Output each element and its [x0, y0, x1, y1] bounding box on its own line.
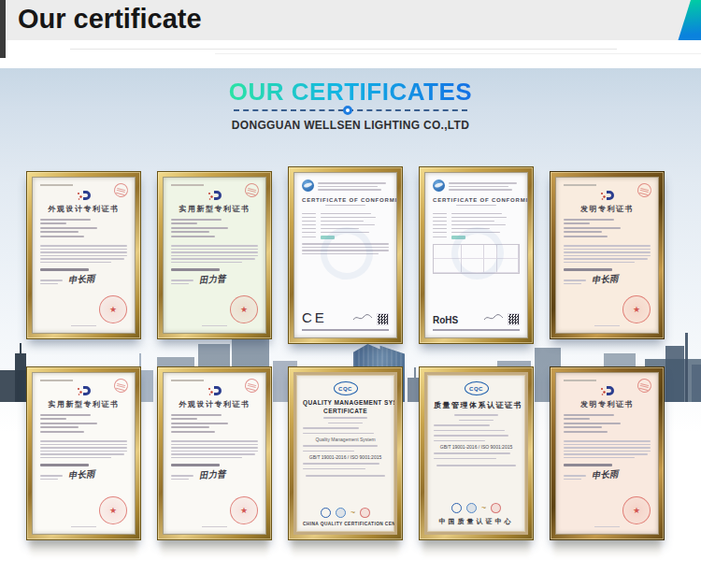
issuer-label-lines [564, 473, 586, 481]
certificate-paper: 外观设计专利证书 田力普 ★ [163, 372, 266, 535]
patent-logo-glyph [599, 190, 616, 202]
field-value-line [451, 221, 495, 222]
patent-logo-glyph [599, 385, 616, 397]
field-value-line [321, 217, 377, 219]
signature-row: 申长雨 [40, 469, 127, 481]
section-title: OUR CERTIFICATES [229, 78, 472, 107]
certificate-title: 实用新型专利证书 [171, 204, 258, 214]
certificate-row-1: 外观设计专利证书 申长雨 ★ 实用新型专利证书 田力普 ★ CERTIFICAT… [26, 171, 665, 344]
cnipa-logo-icon [76, 384, 93, 396]
certificate-r2c2-patent[interactable]: 外观设计专利证书 田力普 ★ [157, 366, 272, 540]
field-label-line [433, 221, 447, 222]
lab-address-lines [449, 179, 520, 193]
certificate-paragraph [40, 438, 127, 460]
certificate-r2c4-cqc[interactable]: CQC 质量管理体系认证证书 GB/T 19001-2016 / ISO 900… [419, 366, 534, 540]
text-line [564, 283, 581, 285]
text-line [564, 280, 586, 281]
certificate-r2c1-patent[interactable]: 实用新型专利证书 申长雨 ★ [26, 366, 141, 540]
text-line [434, 458, 496, 460]
field-value-line [451, 224, 506, 226]
red-stamp-icon [112, 181, 129, 198]
red-seal-icon: ★ [622, 496, 651, 524]
text-line [449, 189, 512, 191]
field-label-line [302, 217, 316, 219]
text-line [40, 475, 63, 477]
text-line [171, 447, 258, 449]
certificate-paper: 实用新型专利证书 申长雨 ★ [32, 372, 136, 535]
barcode-line [564, 268, 612, 271]
building-silhouette [665, 346, 684, 402]
text-line [171, 227, 228, 229]
dates-line [436, 465, 517, 466]
text-line [40, 453, 124, 455]
certificate-fields [171, 411, 258, 435]
text-line [434, 430, 505, 432]
footer-line [202, 325, 228, 327]
qr-code-icon [508, 313, 520, 325]
field-row [302, 221, 389, 222]
cnipa-logo-icon [599, 384, 616, 396]
text-line [564, 236, 608, 237]
certificate-paragraph [40, 243, 127, 265]
certificate-title: 发明专利证书 [564, 204, 651, 214]
certification-center-name: CHINA QUALITY CERTIFICATION CENTER [303, 522, 388, 526]
text-line [564, 440, 651, 442]
text-line [318, 182, 386, 184]
certificate-paper: 发明专利证书 申长雨 ★ [555, 372, 659, 535]
certificate-paper: CERTIFICATE OF CONFORMITY RoHS [424, 172, 528, 338]
text-line [40, 447, 127, 449]
certificate-r1c2-patent[interactable]: 实用新型专利证书 田力普 ★ [157, 171, 272, 339]
text-line [303, 433, 374, 435]
commissioner-signature: 申长雨 [592, 273, 619, 287]
text-line [564, 258, 648, 260]
certification-center-name: 中国质量认证中心 [434, 517, 519, 526]
certificate-r2c3-cqc[interactable]: CQC QUALITY MANAGEMENT SYSTEMCERTIFICATE… [288, 366, 403, 540]
cnas-logo-icon [466, 503, 477, 513]
text-line [564, 245, 651, 247]
text-line [564, 249, 651, 251]
page-root: { "header": { "title": "Our certificate"… [0, 0, 701, 588]
accreditation-logos: ~ [434, 501, 519, 515]
certificate-r1c4-ce[interactable]: CERTIFICATE OF CONFORMITY RoHS [419, 166, 534, 344]
accreditation-logos: ~ [303, 506, 388, 520]
certificate-r1c3-ce[interactable]: CERTIFICATE OF CONFORMITY CE [288, 166, 403, 344]
text-line [40, 249, 127, 251]
text-line [318, 186, 378, 188]
certificate-paragraph [171, 438, 258, 460]
cnipa-logo-icon [207, 189, 223, 201]
text-line [40, 231, 79, 233]
text-line [564, 418, 590, 420]
certificate-r1c5-patent[interactable]: 发明专利证书 申长雨 ★ [550, 171, 665, 339]
certificate-r2c5-patent[interactable]: 发明专利证书 申长雨 ★ [550, 366, 665, 540]
text-line [171, 219, 222, 221]
certificate-paragraph [564, 438, 651, 460]
certificate-title: 实用新型专利证书 [40, 399, 127, 409]
text-line [40, 444, 127, 446]
text-line [564, 262, 635, 264]
text-line [171, 258, 255, 260]
lab-address-lines [318, 179, 389, 193]
text-line [564, 431, 608, 433]
red-stamp-icon [112, 377, 129, 394]
text-line [564, 227, 621, 229]
signature-row: 申长雨 [40, 274, 127, 286]
section-divider [234, 109, 467, 111]
cnipa-logo-icon [599, 189, 616, 201]
footer-line [433, 329, 520, 331]
text-line [564, 475, 586, 477]
field-row [433, 221, 520, 222]
certificate-r1c1-patent[interactable]: 外观设计专利证书 申长雨 ★ [26, 171, 141, 339]
field-label-line [433, 224, 447, 226]
seal-star: ★ [633, 305, 640, 314]
certificate-header [302, 179, 389, 193]
text-line [434, 424, 490, 426]
signature-scribble-icon: ~ [481, 503, 486, 513]
barcode-line [564, 464, 612, 466]
red-stamp-icon [243, 377, 260, 394]
field-row [433, 224, 520, 226]
signature-scribble-icon [458, 308, 508, 325]
building-silhouette [692, 365, 701, 402]
text-line [40, 251, 127, 253]
barcode-line [40, 464, 89, 466]
certificate-number-line [456, 205, 496, 207]
